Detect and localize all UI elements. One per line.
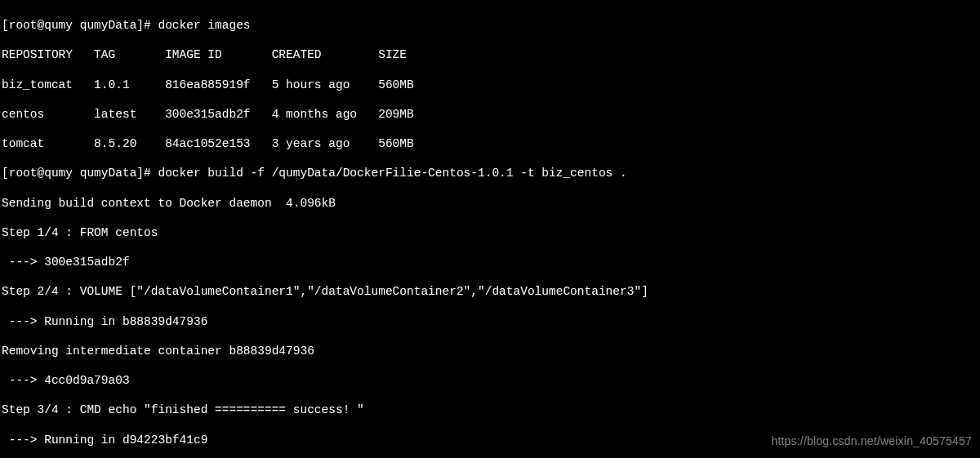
images-header: REPOSITORY TAG IMAGE ID CREATED SIZE <box>2 47 978 62</box>
prompt-line: [root@qumy qumyData]# docker build -f /q… <box>2 166 978 180</box>
build-output-line: Removing intermediate container b88839d4… <box>2 344 978 358</box>
table-row: centos latest 300e315adb2f 4 months ago … <box>2 107 978 122</box>
table-row: biz_tomcat 1.0.1 816ea885919f 5 hours ag… <box>2 78 978 92</box>
build-output-line: Step 3/4 : CMD echo "finished ==========… <box>2 402 978 417</box>
build-output-line: ---> 300e315adb2f <box>2 255 978 269</box>
watermark-text: https://blog.csdn.net/weixin_40575457 <box>771 434 972 449</box>
table-row: tomcat 8.5.20 84ac1052e153 3 years ago 5… <box>2 136 978 151</box>
build-output-line: ---> Running in b88839d47936 <box>2 314 978 329</box>
build-output-line: Step 1/4 : FROM centos <box>2 225 978 240</box>
build-output-line: Step 2/4 : VOLUME ["/dataVolumeContainer… <box>2 284 978 299</box>
build-output-line: Sending build context to Docker daemon 4… <box>2 196 978 211</box>
prompt-line: [root@qumy qumyData]# docker images <box>2 18 978 33</box>
build-output-line: ---> 4cc0d9a79a03 <box>2 373 978 388</box>
terminal-output[interactable]: [root@qumy qumyData]# docker images REPO… <box>0 0 980 458</box>
